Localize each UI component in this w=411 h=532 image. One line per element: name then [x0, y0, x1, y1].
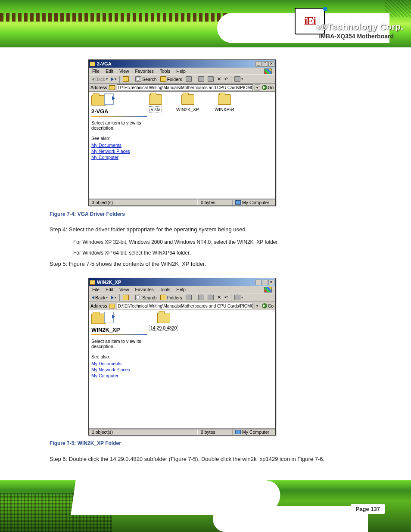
- go-icon: [262, 85, 267, 90]
- folder-item-version[interactable]: 14.29.0.4820: [149, 313, 178, 331]
- folder-label: Vista: [149, 106, 162, 112]
- menu-edit[interactable]: Edit: [106, 287, 113, 292]
- address-field[interactable]: D:\IEI\Technical Writing\Manuals\Motherb…: [117, 303, 253, 309]
- menu-tools[interactable]: Tools: [160, 68, 171, 74]
- up-button[interactable]: [121, 76, 130, 82]
- history-button[interactable]: [184, 76, 193, 82]
- back-button[interactable]: Back▾: [90, 295, 109, 301]
- forward-button[interactable]: ▾: [110, 77, 118, 81]
- history-icon: [186, 295, 192, 300]
- logo-dot-icon: [323, 7, 327, 11]
- undo-button[interactable]: ↶: [223, 76, 229, 82]
- go-label: Go: [268, 304, 274, 308]
- folder-item-winxp64[interactable]: WINXP64: [213, 94, 236, 112]
- folders-icon: [160, 76, 166, 82]
- status-objects: 3 object(s): [89, 199, 198, 205]
- folders-label: Folders: [167, 77, 182, 82]
- minimize-button[interactable]: _: [255, 61, 262, 67]
- left-pane: WIN2K_XP Select an item to view its desc…: [91, 312, 147, 379]
- divider: [91, 334, 147, 335]
- back-label: Back: [95, 77, 105, 82]
- copy-button[interactable]: [206, 294, 215, 301]
- status-loc-text: My Computer: [242, 200, 269, 205]
- back-button[interactable]: Back▾: [90, 76, 109, 82]
- link-my-network-places[interactable]: My Network Places: [91, 367, 147, 372]
- menu-favorites[interactable]: Favorites: [135, 287, 154, 292]
- folders-button[interactable]: Folders: [159, 294, 184, 301]
- close-button[interactable]: ✕: [268, 280, 274, 285]
- menu-file[interactable]: File: [92, 68, 100, 74]
- computer-icon: [235, 200, 241, 205]
- status-bytes: 0 bytes: [198, 199, 232, 205]
- folder-item-win2kxp[interactable]: WIN2K_XP: [175, 94, 200, 112]
- folder-icon: [149, 94, 162, 105]
- search-icon: [135, 295, 141, 300]
- arrow-left-icon: [92, 296, 94, 299]
- menu-tools[interactable]: Tools: [160, 287, 171, 292]
- go-button[interactable]: Go: [262, 85, 274, 90]
- menu-favorites[interactable]: Favorites: [135, 68, 154, 74]
- back-label: Back: [95, 295, 105, 300]
- explorer-window-win2kxp: WIN2K_XP _ □ ✕ File Edit View Favorites …: [88, 278, 276, 436]
- minimize-button[interactable]: _: [255, 280, 262, 285]
- address-path: D:\IEI\Technical Writing\Manuals\Motherb…: [118, 85, 253, 90]
- folder-item-vista[interactable]: Vista: [149, 94, 162, 112]
- close-button[interactable]: ✕: [268, 61, 274, 67]
- maximize-button[interactable]: □: [262, 61, 268, 67]
- logo-text: iEi: [304, 15, 315, 28]
- step-6: Step 6: Double click the 14.29.0.4820 su…: [50, 454, 368, 464]
- folder-icon: [157, 313, 170, 323]
- search-label: Search: [142, 295, 156, 300]
- move-button[interactable]: [197, 294, 206, 301]
- toolbar: Back▾ ▾ Search Folders ✕ ↶ ▾: [89, 293, 275, 302]
- menu-file[interactable]: File: [92, 287, 100, 292]
- left-pane: 2-VGA Select an item to view its descrip…: [91, 93, 147, 161]
- search-button[interactable]: Search: [134, 294, 158, 301]
- titlebar[interactable]: WIN2K_XP _ □ ✕: [89, 278, 275, 286]
- menu-edit[interactable]: Edit: [106, 68, 113, 74]
- go-button[interactable]: Go: [262, 303, 274, 308]
- titlebar[interactable]: 2-VGA _ □ ✕: [89, 60, 275, 68]
- divider: [91, 116, 147, 117]
- folder-label: WIN2K_XP: [175, 106, 200, 112]
- views-button[interactable]: ▾: [233, 76, 244, 82]
- link-my-computer[interactable]: My Computer: [91, 155, 147, 160]
- delete-button[interactable]: ✕: [216, 294, 222, 301]
- menu-help[interactable]: Help: [176, 68, 186, 74]
- copy-button[interactable]: [206, 76, 215, 82]
- brand-name: ®®Technology Corp.: [316, 22, 403, 32]
- link-my-computer[interactable]: My Computer: [91, 373, 147, 378]
- hint-text: Select an item to view its description.: [91, 339, 147, 349]
- arrow-left-icon: [92, 78, 94, 81]
- up-button[interactable]: [121, 294, 130, 301]
- address-dropdown[interactable]: ▾: [255, 84, 260, 91]
- history-button[interactable]: [184, 294, 193, 301]
- forward-button[interactable]: ▾: [110, 295, 118, 300]
- menu-view[interactable]: View: [119, 287, 129, 292]
- views-button[interactable]: ▾: [233, 294, 244, 301]
- address-field[interactable]: D:\IEI\Technical Writing\Manuals\Motherb…: [117, 84, 253, 91]
- content-area: 2-VGA Select an item to view its descrip…: [89, 92, 275, 199]
- delete-button[interactable]: ✕: [216, 76, 222, 82]
- windows-logo-icon: [264, 287, 272, 292]
- address-dropdown[interactable]: ▾: [255, 303, 260, 309]
- search-button[interactable]: Search: [134, 76, 158, 82]
- link-my-documents[interactable]: My Documents: [91, 143, 147, 148]
- folder-label: 14.29.0.4820: [149, 325, 178, 331]
- link-my-network-places[interactable]: My Network Places: [91, 149, 147, 154]
- maximize-button[interactable]: □: [262, 280, 268, 285]
- arrow-right-icon: [111, 78, 114, 81]
- move-button[interactable]: [197, 76, 206, 82]
- folders-button[interactable]: Folders: [159, 76, 184, 82]
- undo-button[interactable]: ↶: [223, 295, 229, 300]
- views-icon: [234, 76, 240, 82]
- menu-view[interactable]: View: [119, 68, 129, 74]
- menu-help[interactable]: Help: [176, 287, 186, 292]
- folder-up-icon: [123, 76, 129, 82]
- address-path: D:\IEI\Technical Writing\Manuals\Motherb…: [118, 304, 253, 308]
- folder-up-icon: [123, 295, 129, 300]
- folder-icon: [181, 94, 194, 105]
- folder-label: WINXP64: [213, 106, 236, 112]
- link-my-documents[interactable]: My Documents: [91, 361, 147, 366]
- folders-icon: [160, 295, 166, 300]
